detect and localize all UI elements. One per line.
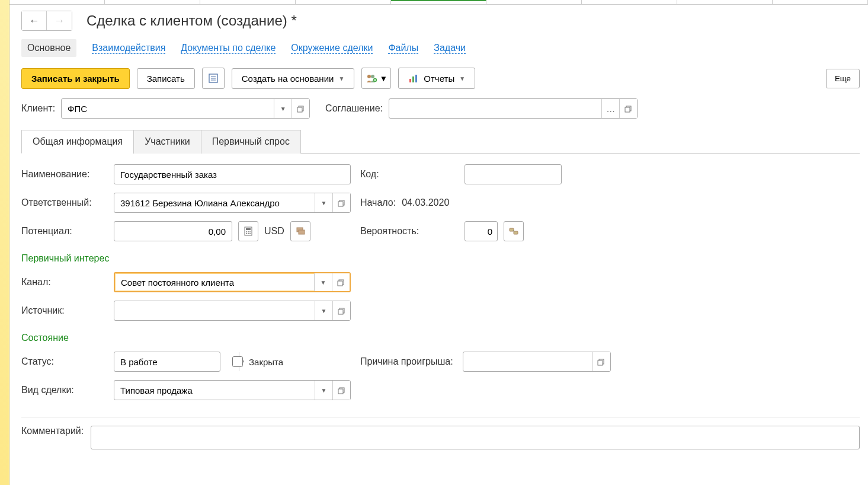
status-label: Статус: — [21, 356, 104, 367]
deal-type-dropdown[interactable]: ▼ — [315, 381, 332, 400]
channel-input[interactable] — [115, 273, 314, 291]
responsible-open[interactable] — [332, 193, 350, 212]
source-open[interactable] — [332, 301, 350, 320]
forward-button[interactable]: → — [47, 11, 72, 30]
comment-label: Комментарий: — [21, 426, 84, 449]
start-value: 04.03.2020 — [402, 197, 449, 208]
chevron-down-icon: ▼ — [459, 75, 465, 82]
svg-rect-29 — [514, 231, 518, 234]
comment-input[interactable] — [91, 426, 860, 449]
subtab-general[interactable]: Общая информация — [21, 130, 134, 154]
loss-reason-label: Причина проигрыша: — [360, 356, 453, 367]
svg-point-5 — [371, 75, 374, 78]
svg-point-25 — [249, 233, 251, 234]
subtab-primary-demand[interactable]: Первичный спрос — [201, 130, 301, 154]
svg-rect-11 — [415, 75, 417, 82]
link-icon — [508, 226, 519, 236]
calculator-button[interactable] — [238, 221, 258, 241]
svg-rect-27 — [299, 230, 305, 234]
client-dropdown[interactable]: ▼ — [274, 99, 292, 118]
tab-interactions[interactable]: Взаимодействия — [92, 43, 165, 54]
responsible-dropdown[interactable]: ▼ — [315, 193, 332, 212]
arrow-right-icon: → — [54, 15, 65, 27]
tab-files[interactable]: Файлы — [388, 43, 418, 54]
client-open[interactable] — [292, 99, 309, 118]
agreement-input[interactable] — [389, 99, 601, 118]
page-title: Сделка с клиентом (создание) * — [87, 12, 297, 29]
arrow-left-icon: ← — [29, 15, 40, 27]
loss-reason-open[interactable] — [592, 352, 610, 371]
currency-button[interactable] — [290, 221, 310, 241]
svg-rect-37 — [338, 389, 343, 394]
client-input[interactable] — [62, 99, 274, 118]
users-button[interactable]: ▼ — [361, 68, 391, 89]
currency-label: USD — [264, 226, 284, 237]
save-close-button[interactable]: Записать и закрыть — [21, 68, 130, 89]
tab-documents[interactable]: Документы по сделке — [181, 43, 276, 54]
name-input[interactable] — [114, 164, 351, 184]
open-icon — [338, 199, 346, 207]
closed-checkbox[interactable] — [232, 356, 243, 367]
svg-point-21 — [248, 231, 249, 232]
responsible-input[interactable] — [114, 193, 315, 212]
channel-dropdown[interactable]: ▼ — [314, 273, 332, 291]
start-label: Начало: — [360, 197, 396, 208]
svg-rect-13 — [297, 107, 302, 112]
svg-rect-9 — [409, 79, 411, 82]
tab-tasks[interactable]: Задачи — [434, 43, 466, 54]
chevron-down-icon: ▼ — [338, 75, 344, 82]
subtab-participants[interactable]: Участники — [133, 130, 201, 154]
cards-icon — [295, 226, 306, 236]
source-label: Источник: — [21, 305, 104, 316]
agreement-ellipsis[interactable]: … — [601, 99, 619, 118]
more-button[interactable]: Еще — [826, 69, 860, 88]
deal-type-label: Вид сделки: — [21, 385, 104, 395]
channel-open[interactable] — [332, 273, 350, 291]
chevron-down-icon: ▼ — [321, 387, 327, 394]
client-label: Клиент: — [21, 103, 55, 114]
save-button[interactable]: Записать — [137, 68, 195, 89]
calculator-icon — [244, 226, 253, 236]
section-status: Состояние — [21, 333, 860, 343]
channel-label: Канал: — [21, 277, 104, 288]
chevron-down-icon: ▼ — [321, 200, 327, 206]
open-icon — [338, 307, 346, 315]
create-based-button[interactable]: Создать на основании ▼ — [232, 68, 355, 89]
tab-environment[interactable]: Окружение сделки — [291, 43, 373, 54]
deal-type-open[interactable] — [332, 381, 350, 400]
potential-input[interactable] — [114, 221, 232, 241]
agreement-open[interactable] — [619, 99, 637, 118]
svg-point-4 — [367, 75, 371, 78]
name-label: Наименование: — [21, 169, 104, 180]
svg-point-24 — [248, 233, 249, 234]
chevron-down-icon: ▼ — [380, 74, 387, 83]
chevron-down-icon: ▼ — [321, 279, 326, 286]
back-button[interactable]: ← — [22, 11, 47, 30]
tab-main[interactable]: Основное — [21, 39, 76, 57]
chevron-down-icon: ▼ — [321, 308, 327, 314]
agreement-label: Соглашение: — [325, 103, 383, 114]
status-input[interactable] — [114, 352, 239, 371]
open-icon — [624, 104, 633, 113]
reports-button[interactable]: Отчеты ▼ — [398, 68, 475, 89]
svg-rect-17 — [338, 202, 343, 206]
svg-rect-33 — [338, 309, 343, 314]
source-dropdown[interactable]: ▼ — [315, 301, 332, 320]
svg-point-22 — [249, 231, 251, 232]
open-icon — [297, 104, 305, 113]
source-input[interactable] — [114, 301, 315, 320]
open-icon — [337, 278, 345, 286]
probability-label: Вероятность: — [360, 226, 455, 237]
loss-reason-input[interactable] — [463, 352, 592, 371]
probability-input[interactable] — [465, 221, 498, 241]
probability-calc-button[interactable] — [504, 221, 524, 241]
svg-rect-19 — [246, 228, 251, 230]
code-input[interactable] — [465, 164, 562, 184]
closed-label: Закрыта — [249, 357, 283, 367]
structure-button[interactable] — [202, 68, 225, 89]
open-icon — [597, 358, 606, 366]
svg-rect-28 — [510, 228, 514, 231]
deal-type-input[interactable] — [114, 381, 315, 400]
create-based-label: Создать на основании — [242, 74, 334, 84]
svg-rect-10 — [412, 76, 414, 82]
